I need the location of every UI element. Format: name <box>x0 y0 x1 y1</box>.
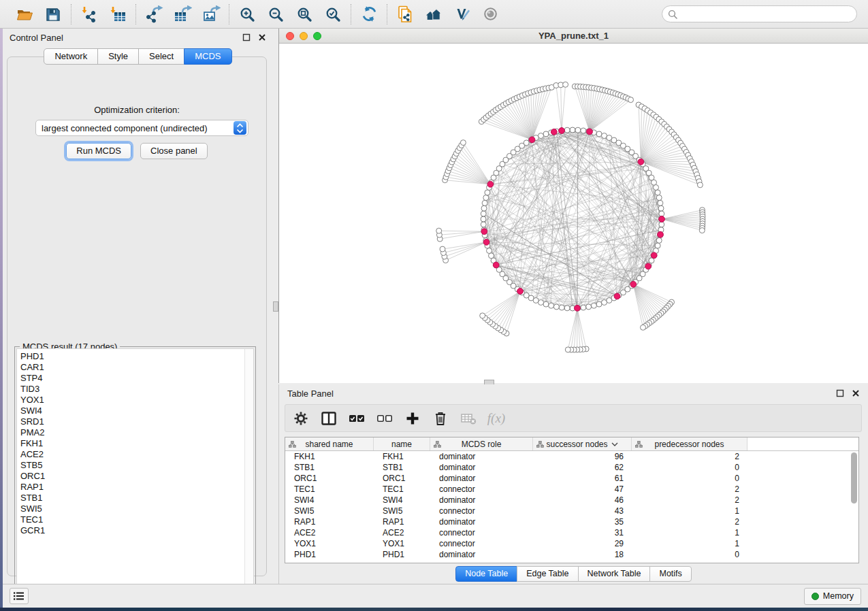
table-row[interactable]: FKH1FKH1dominator962 <box>285 451 858 462</box>
mcds-result-item[interactable]: PMA2 <box>17 427 253 438</box>
select-all-button[interactable] <box>348 410 366 427</box>
mcds-result-item[interactable]: SWI5 <box>17 503 253 514</box>
mcds-result-item[interactable]: ACE2 <box>17 449 253 460</box>
import-network-button[interactable] <box>78 3 101 25</box>
zoom-out-button[interactable] <box>264 3 287 25</box>
run-mcds-button[interactable]: Run MCDS <box>66 143 131 159</box>
application-window: Control Panel NetworkStyleSelectMCDS Opt… <box>0 0 868 611</box>
mcds-result-item[interactable]: GCR1 <box>17 525 253 536</box>
column-header-MCDS-role[interactable]: MCDS role <box>430 437 533 450</box>
mcds-list-scrollbar[interactable] <box>244 349 253 596</box>
table-settings-button[interactable] <box>292 410 310 427</box>
table-toolbar: f(x) <box>285 404 862 432</box>
create-column-button[interactable] <box>404 410 421 427</box>
table-row[interactable]: SWI5SWI5connector431 <box>285 506 858 516</box>
table-cell: YOX1 <box>285 538 374 549</box>
zoom-fit-button[interactable] <box>293 3 316 25</box>
tab-network-table[interactable]: Network Table <box>578 566 651 582</box>
visual-inspector-icon <box>454 6 471 22</box>
fx-label: f(x) <box>487 411 505 426</box>
tab-style[interactable]: Style <box>97 48 139 65</box>
tab-node-table[interactable]: Node Table <box>455 566 517 582</box>
table-row[interactable]: RAP1RAP1dominator352 <box>285 516 858 527</box>
home-button[interactable] <box>422 3 445 25</box>
vertical-splitter-handle[interactable] <box>273 301 278 312</box>
refresh-layout-button[interactable] <box>357 3 381 25</box>
column-panes-icon <box>321 411 337 426</box>
close-panel-button[interactable]: Close panel <box>140 143 208 159</box>
save-session-button[interactable] <box>42 3 65 25</box>
table-cell: connector <box>430 527 533 538</box>
show-column-button[interactable] <box>320 410 338 427</box>
toolbar-group-session <box>7 3 71 25</box>
network-window-titlebar[interactable]: YPA_prune.txt_1 <box>279 29 868 44</box>
tab-network[interactable]: Network <box>44 48 98 65</box>
mcds-result-item[interactable]: RAP1 <box>17 482 253 493</box>
float-panel-icon[interactable] <box>835 389 844 398</box>
table-header-row: shared namenameMCDS rolesuccessor nodesp… <box>285 437 858 451</box>
import-table-button[interactable] <box>106 3 129 25</box>
tab-select[interactable]: Select <box>138 48 184 65</box>
column-header-successor-nodes[interactable]: successor nodes <box>533 437 632 450</box>
mcds-result-item[interactable]: TID3 <box>17 384 253 395</box>
mcds-result-list[interactable]: PHD1CAR1STP4TID3YOX1SWI4SRD1PMA2FKH1ACE2… <box>16 348 254 597</box>
search-input[interactable] <box>681 10 851 19</box>
delete-column-button[interactable] <box>432 410 449 427</box>
fan-nodes[interactable] <box>436 82 705 352</box>
visual-inspector-button[interactable] <box>451 3 474 25</box>
table-row[interactable]: ORC1ORC1dominator610 <box>285 473 858 484</box>
network-canvas[interactable] <box>279 44 868 383</box>
show-panels-button[interactable] <box>10 588 29 604</box>
table-cell: 96 <box>533 451 632 462</box>
search-icon <box>668 10 677 19</box>
memory-button[interactable]: Memory <box>804 588 861 605</box>
table-cell: 35 <box>533 516 632 527</box>
table-row[interactable]: SWI4SWI4dominator462 <box>285 495 858 506</box>
float-panel-icon[interactable] <box>242 33 251 42</box>
column-source-icon <box>289 441 296 448</box>
eye-hide-button[interactable] <box>479 3 502 25</box>
control-panel-title: Control Panel <box>10 33 63 43</box>
unselect-all-button[interactable] <box>376 410 393 427</box>
table-row[interactable]: STB1STB1dominator620 <box>285 462 858 473</box>
share-document-button[interactable] <box>393 3 417 25</box>
table-row[interactable]: ACE2ACE2connector311 <box>285 527 858 538</box>
column-header-shared-name[interactable]: shared name <box>285 437 374 450</box>
mcds-result-item[interactable]: YOX1 <box>17 395 253 406</box>
close-panel-icon[interactable] <box>257 33 266 42</box>
open-session-button[interactable] <box>13 3 36 25</box>
mcds-result-item[interactable]: PHD1 <box>17 351 253 362</box>
table-panel-title: Table Panel <box>287 389 334 399</box>
mcds-result-item[interactable]: SRD1 <box>17 416 253 427</box>
table-row[interactable]: YOX1YOX1connector291 <box>285 538 858 549</box>
column-header-name[interactable]: name <box>374 437 430 450</box>
close-panel-icon[interactable] <box>851 389 860 398</box>
export-table-button[interactable] <box>171 3 194 25</box>
tab-mcds[interactable]: MCDS <box>184 48 231 65</box>
column-source-icon <box>536 441 544 448</box>
mcds-result-item[interactable]: ORC1 <box>17 471 253 482</box>
tab-edge-table[interactable]: Edge Table <box>517 566 578 582</box>
table-cell: 46 <box>533 495 632 506</box>
zoom-in-button[interactable] <box>236 3 259 25</box>
export-image-button[interactable] <box>199 3 223 25</box>
mcds-result-item[interactable]: FKH1 <box>17 438 253 449</box>
zoom-selected-button[interactable] <box>321 3 344 25</box>
mcds-result-item[interactable]: STB1 <box>17 493 253 503</box>
search-box[interactable] <box>662 5 857 22</box>
tab-motifs[interactable]: Motifs <box>649 566 691 582</box>
column-header-predecessor-nodes[interactable]: predecessor nodes <box>632 437 748 450</box>
open-folder-icon <box>16 5 33 23</box>
mcds-result-item[interactable]: STB5 <box>17 460 253 471</box>
table-scrollbar-thumb[interactable] <box>851 452 857 503</box>
table-row[interactable]: PHD1PHD1dominator180 <box>285 549 858 560</box>
export-network-button[interactable] <box>142 3 165 25</box>
table-row[interactable]: TEC1TEC1connector472 <box>285 484 858 495</box>
mcds-result-item[interactable]: STP4 <box>17 373 253 384</box>
mcds-result-item[interactable]: CAR1 <box>17 362 253 373</box>
vertical-splitter[interactable] <box>273 29 278 383</box>
optimization-criterion-select[interactable]: largest connected component (undirected) <box>35 120 248 136</box>
mcds-result-item[interactable]: TEC1 <box>17 514 253 525</box>
mcds-result-item[interactable]: SWI4 <box>17 406 253 416</box>
mcds-result-items: PHD1CAR1STP4TID3YOX1SWI4SRD1PMA2FKH1ACE2… <box>17 349 253 536</box>
